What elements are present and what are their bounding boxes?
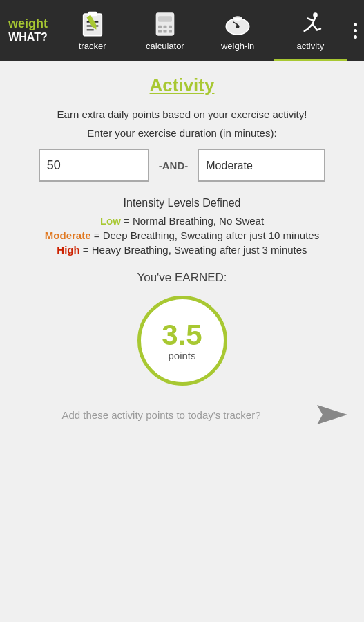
duration-input[interactable] [39, 149, 149, 182]
and-label: -AND- [149, 160, 198, 171]
intensity-high-row: High = Heavy Breathing, Sweating after j… [17, 244, 347, 256]
points-circle: 3.5 points [137, 296, 227, 386]
activity-icon [295, 9, 325, 39]
brand-what: WHAT? [8, 31, 48, 44]
send-arrow-icon [317, 402, 347, 427]
moderate-label: Moderate [45, 229, 91, 241]
earned-section: You've EARNED: 3.5 points [17, 271, 347, 386]
intensity-title: Intensity Levels Defined [17, 197, 347, 209]
svg-rect-9 [158, 16, 172, 21]
svg-point-18 [233, 16, 242, 21]
svg-line-24 [313, 24, 318, 30]
intensity-low-row: Low = Normal Breathing, No Sweat [17, 215, 347, 227]
svg-rect-13 [158, 30, 162, 32]
moderate-description: = Deep Breathing, Sweating after just 10… [94, 229, 319, 241]
more-icon [354, 23, 357, 39]
low-description: = Normal Breathing, No Sweat [124, 215, 264, 227]
weighin-icon [222, 9, 253, 39]
add-to-tracker-button[interactable] [317, 402, 347, 427]
intensity-select[interactable]: Low Moderate High [198, 149, 325, 182]
svg-line-27 [305, 29, 308, 31]
add-to-tracker-row: Add these activity points to today's tra… [17, 402, 347, 427]
page-title: Activity [17, 75, 347, 96]
tab-weighin-label: weigh-in [221, 41, 254, 51]
high-label: High [57, 244, 79, 256]
svg-rect-2 [88, 12, 97, 17]
brand-weight: weight [8, 17, 48, 31]
high-description: = Heavy Breathing, Sweating after just 3… [83, 244, 307, 256]
svg-line-26 [317, 29, 320, 30]
intensity-moderate-row: Moderate = Deep Breathing, Sweating afte… [17, 229, 347, 241]
main-content: Activity Earn extra daily points based o… [0, 61, 364, 441]
svg-rect-14 [163, 30, 166, 32]
nav-tabs: tracker calculator [56, 0, 347, 61]
svg-point-19 [236, 25, 240, 28]
earned-label: You've EARNED: [17, 271, 347, 285]
svg-line-23 [308, 19, 314, 21]
tab-activity-label: activity [297, 41, 325, 51]
svg-rect-15 [169, 30, 172, 32]
top-navigation: weight WHAT? [0, 0, 364, 61]
brand-logo: weight WHAT? [0, 0, 56, 61]
more-menu-button[interactable] [347, 0, 364, 61]
tab-tracker[interactable]: tracker [56, 0, 128, 61]
points-text: points [168, 350, 195, 361]
intensity-levels-section: Intensity Levels Defined Low = Normal Br… [17, 197, 347, 256]
tracker-icon [77, 9, 108, 39]
svg-line-25 [308, 24, 313, 29]
svg-rect-12 [169, 26, 172, 28]
tab-tracker-label: tracker [79, 41, 106, 51]
activity-subtitle: Earn extra daily points based on your ex… [17, 109, 347, 120]
low-label: Low [100, 215, 121, 227]
duration-label: Enter your exercise duration (in minutes… [17, 127, 347, 139]
calculator-icon [150, 9, 180, 39]
tab-calculator-label: calculator [146, 41, 184, 51]
svg-rect-11 [163, 26, 166, 28]
tab-weigh-in[interactable]: weigh-in [202, 0, 274, 61]
exercise-input-row: -AND- Low Moderate High [17, 149, 347, 182]
points-value: 3.5 [162, 321, 202, 350]
svg-marker-28 [317, 405, 347, 424]
add-tracker-label: Add these activity points to today's tra… [17, 409, 306, 421]
tab-calculator[interactable]: calculator [128, 0, 201, 61]
tab-activity[interactable]: activity [274, 0, 347, 61]
svg-rect-10 [158, 26, 162, 28]
